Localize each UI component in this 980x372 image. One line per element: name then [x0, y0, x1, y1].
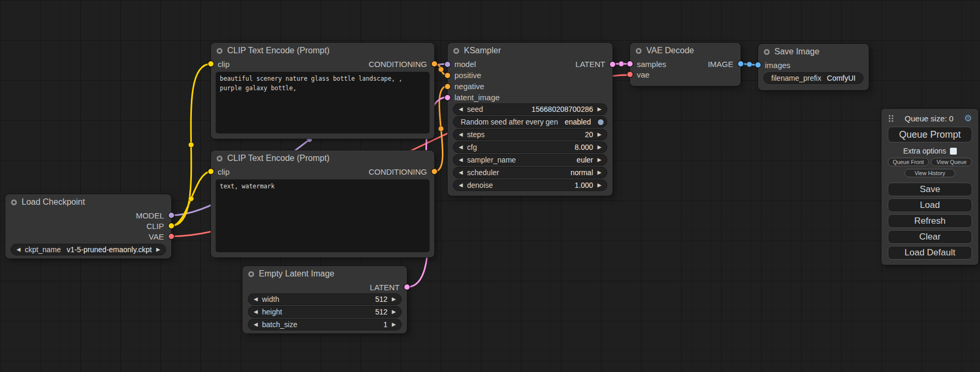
collapse-dot-icon[interactable]: [248, 271, 254, 277]
output-dot-vae[interactable]: [169, 234, 174, 239]
node-title-bar[interactable]: KSampler: [448, 43, 613, 59]
prompt-textarea[interactable]: beautiful scenery nature glass bottle la…: [216, 72, 430, 133]
node-ksampler[interactable]: KSampler model LATENT positive negative …: [448, 43, 613, 196]
output-dot-conditioning[interactable]: [432, 61, 437, 66]
ckpt-name-widget[interactable]: ◀ ckpt_name v1-5-pruned-emaonly.ckpt ▶: [11, 244, 166, 255]
decrement-arrow-icon[interactable]: ◀: [458, 183, 464, 188]
refresh-button[interactable]: Refresh: [888, 214, 972, 228]
node-title-label: CLIP Text Encode (Prompt): [227, 154, 329, 163]
collapse-dot-icon[interactable]: [636, 48, 642, 54]
toggle-dot-icon[interactable]: [598, 119, 604, 125]
menu-header: Queue size: 0 ⚙: [888, 113, 972, 123]
decrement-arrow-icon[interactable]: ◀: [253, 322, 259, 327]
height-widget[interactable]: ◀ height 512 ▶: [248, 306, 402, 318]
collapse-dot-icon[interactable]: [217, 48, 222, 54]
node-vae-decode[interactable]: VAE Decode samples IMAGE vae: [630, 43, 741, 86]
increment-arrow-icon[interactable]: ▶: [155, 247, 161, 252]
drag-handle-icon[interactable]: [888, 115, 894, 122]
output-dot-latent[interactable]: [404, 284, 410, 290]
input-dot-positive[interactable]: [445, 73, 450, 78]
node-clip-text-encode-positive[interactable]: CLIP Text Encode (Prompt) clip CONDITION…: [211, 43, 434, 139]
input-dot-model[interactable]: [445, 62, 450, 67]
settings-gear-icon[interactable]: ⚙: [964, 114, 972, 123]
output-dot-model[interactable]: [169, 213, 174, 218]
width-widget[interactable]: ◀ width 512 ▶: [248, 293, 402, 305]
node-clip-text-encode-negative[interactable]: CLIP Text Encode (Prompt) clip CONDITION…: [211, 150, 434, 257]
save-button[interactable]: Save: [888, 183, 972, 196]
steps-widget[interactable]: ◀ steps 20 ▶: [453, 129, 607, 140]
node-load-checkpoint[interactable]: Load Checkpoint MODEL CLIP VAE ◀ ckpt_na…: [5, 194, 171, 259]
link-midpoint-dot: [439, 67, 444, 72]
node-title-bar[interactable]: Save Image: [758, 44, 869, 60]
node-title-bar[interactable]: CLIP Text Encode (Prompt): [211, 150, 434, 166]
widget-label: filename_prefix: [771, 74, 821, 82]
node-title-bar[interactable]: VAE Decode: [630, 43, 741, 59]
collapse-dot-icon[interactable]: [11, 199, 17, 205]
queue-front-button[interactable]: Queue Front: [888, 158, 929, 166]
increment-arrow-icon[interactable]: ▶: [391, 297, 397, 302]
denoise-widget[interactable]: ◀ denoise 1.000 ▶: [453, 179, 607, 191]
decrement-arrow-icon[interactable]: ◀: [458, 170, 464, 175]
sampler-name-widget[interactable]: ◀ sampler_name euler ▶: [453, 154, 607, 166]
filename-prefix-widget[interactable]: filename_prefix ComfyUI: [763, 72, 863, 84]
widget-value: 8.000: [575, 143, 593, 151]
decrement-arrow-icon[interactable]: ◀: [458, 132, 464, 137]
slot-row-clip-conditioning: clip CONDITIONING: [211, 166, 434, 177]
collapse-dot-icon[interactable]: [217, 156, 222, 161]
node-canvas[interactable]: Load Checkpoint MODEL CLIP VAE ◀ ckpt_na…: [0, 0, 980, 372]
extra-options-checkbox[interactable]: [950, 148, 957, 155]
input-dot-negative[interactable]: [445, 84, 450, 89]
input-slot-positive: positive: [448, 70, 613, 81]
decrement-arrow-icon[interactable]: ◀: [15, 247, 22, 252]
input-dot-latent-image[interactable]: [445, 95, 450, 100]
increment-arrow-icon[interactable]: ▶: [596, 183, 603, 188]
node-title-bar[interactable]: Empty Latent Image: [242, 266, 407, 282]
load-button[interactable]: Load: [888, 198, 972, 212]
increment-arrow-icon[interactable]: ▶: [596, 107, 603, 112]
output-dot-latent[interactable]: [610, 62, 615, 67]
scheduler-widget[interactable]: ◀ scheduler normal ▶: [453, 167, 607, 178]
decrement-arrow-icon[interactable]: ◀: [253, 297, 259, 302]
increment-arrow-icon[interactable]: ▶: [596, 132, 603, 137]
random-seed-toggle-widget[interactable]: Random seed after every gen enabled: [453, 116, 607, 128]
node-title-bar[interactable]: CLIP Text Encode (Prompt): [211, 43, 434, 59]
decrement-arrow-icon[interactable]: ◀: [458, 145, 464, 150]
prompt-textarea[interactable]: text, watermark: [216, 179, 430, 252]
cfg-widget[interactable]: ◀ cfg 8.000 ▶: [453, 141, 607, 153]
widget-label: ckpt_name: [25, 245, 61, 254]
node-empty-latent-image[interactable]: Empty Latent Image LATENT ◀ width 512 ▶ …: [242, 266, 407, 333]
collapse-dot-icon[interactable]: [764, 49, 770, 55]
decrement-arrow-icon[interactable]: ◀: [458, 157, 464, 163]
widget-value: euler: [577, 156, 593, 164]
output-label-conditioning: CONDITIONING: [368, 60, 427, 69]
load-default-button[interactable]: Load Default: [888, 246, 972, 260]
input-label-clip: clip: [218, 60, 230, 69]
decrement-arrow-icon[interactable]: ◀: [458, 107, 464, 112]
link-midpoint-dot: [747, 62, 752, 67]
increment-arrow-icon[interactable]: ▶: [596, 170, 603, 175]
increment-arrow-icon[interactable]: ▶: [391, 322, 397, 327]
input-dot-clip[interactable]: [208, 169, 214, 174]
input-dot-vae[interactable]: [627, 72, 633, 77]
output-dot-image[interactable]: [738, 61, 743, 66]
output-dot-clip[interactable]: [169, 223, 174, 228]
decrement-arrow-icon[interactable]: ◀: [253, 309, 259, 314]
increment-arrow-icon[interactable]: ▶: [391, 309, 397, 314]
clear-button[interactable]: Clear: [888, 230, 972, 244]
node-title-bar[interactable]: Load Checkpoint: [5, 194, 171, 210]
output-dot-conditioning[interactable]: [432, 169, 437, 174]
collapse-dot-icon[interactable]: [453, 48, 459, 54]
node-save-image[interactable]: Save Image images filename_prefix ComfyU…: [758, 44, 869, 90]
view-queue-button[interactable]: View Queue: [931, 158, 972, 166]
output-label-conditioning: CONDITIONING: [368, 167, 427, 176]
increment-arrow-icon[interactable]: ▶: [596, 145, 603, 150]
view-history-button[interactable]: View History: [905, 169, 955, 177]
queue-prompt-button[interactable]: Queue Prompt: [888, 127, 972, 142]
widget-label: denoise: [467, 181, 493, 189]
input-dot-clip[interactable]: [208, 61, 214, 66]
input-dot-images[interactable]: [755, 62, 761, 68]
increment-arrow-icon[interactable]: ▶: [596, 157, 603, 163]
seed-widget[interactable]: ◀ seed 156680208700286 ▶: [453, 103, 607, 115]
batch-size-widget[interactable]: ◀ batch_size 1 ▶: [248, 319, 402, 330]
input-dot-samples[interactable]: [627, 61, 633, 66]
